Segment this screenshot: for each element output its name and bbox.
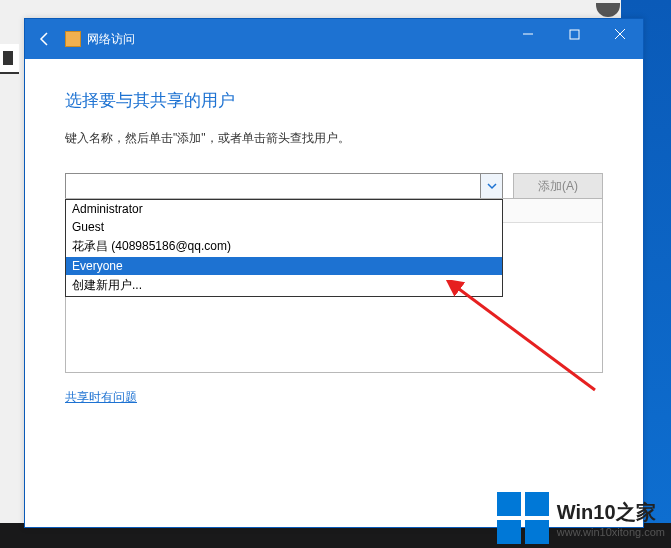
close-button[interactable] bbox=[597, 19, 643, 49]
window-title: 网络访问 bbox=[87, 31, 135, 48]
add-button[interactable]: 添加(A) bbox=[513, 173, 603, 199]
minimize-button[interactable] bbox=[505, 19, 551, 49]
dropdown-option[interactable]: Administrator bbox=[66, 200, 502, 218]
watermark: Win10之家 www.win10xitong.com bbox=[497, 492, 665, 544]
watermark-url: www.win10xitong.com bbox=[557, 526, 665, 538]
app-icon bbox=[65, 31, 81, 47]
maximize-button[interactable] bbox=[551, 19, 597, 49]
dropdown-option[interactable]: Guest bbox=[66, 218, 502, 236]
user-input[interactable] bbox=[65, 173, 503, 199]
watermark-brand: Win10之家 bbox=[557, 499, 665, 526]
dialog-heading: 选择要与其共享的用户 bbox=[65, 89, 603, 112]
user-combobox[interactable]: AdministratorGuest花承昌 (408985186@qq.com)… bbox=[65, 173, 503, 199]
windows-logo-icon bbox=[497, 492, 549, 544]
user-dropdown-list: AdministratorGuest花承昌 (408985186@qq.com)… bbox=[65, 199, 503, 297]
svg-rect-0 bbox=[570, 30, 579, 39]
dropdown-option[interactable]: Everyone bbox=[66, 257, 502, 275]
dropdown-option[interactable]: 花承昌 (408985186@qq.com) bbox=[66, 236, 502, 257]
dropdown-option[interactable]: 创建新用户... bbox=[66, 275, 502, 296]
back-button[interactable] bbox=[25, 19, 65, 59]
titlebar: 网络访问 bbox=[25, 19, 643, 59]
dropdown-toggle[interactable] bbox=[480, 174, 502, 198]
help-link[interactable]: 共享时有问题 bbox=[65, 389, 137, 406]
network-access-dialog: 网络访问 选择要与其共享的用户 键入名称，然后单击"添加"，或者单击箭头查找用户… bbox=[24, 18, 644, 528]
dialog-instructions: 键入名称，然后单击"添加"，或者单击箭头查找用户。 bbox=[65, 130, 603, 147]
